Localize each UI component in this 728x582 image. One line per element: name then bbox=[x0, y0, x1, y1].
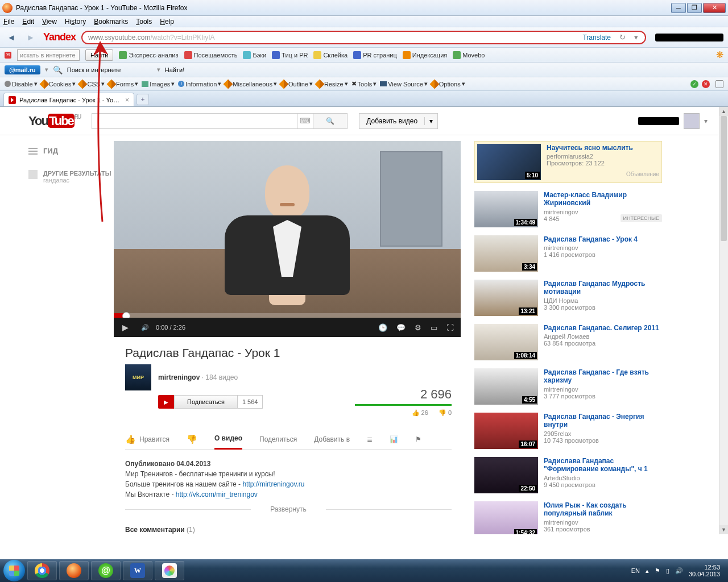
guide-button[interactable]: ГИД bbox=[28, 147, 114, 155]
yandex-logo[interactable]: Yandex bbox=[43, 31, 76, 43]
tab-stats-icon[interactable]: 📊 bbox=[390, 435, 398, 443]
tb-pr[interactable]: PR страниц bbox=[353, 51, 397, 59]
task-mailru[interactable]: @ bbox=[91, 561, 121, 580]
yt-search-box[interactable]: ⌨ bbox=[92, 113, 313, 129]
menu-view[interactable]: View bbox=[42, 18, 57, 26]
tab-transcript-icon[interactable]: ≣ bbox=[367, 435, 373, 443]
tab-close-icon[interactable]: × bbox=[125, 96, 129, 104]
wd-resize[interactable]: Resize▾ bbox=[316, 80, 348, 88]
tb-express[interactable]: Экспресс-анализ bbox=[119, 51, 178, 59]
task-paint[interactable] bbox=[155, 561, 184, 580]
lang-indicator[interactable]: EN bbox=[631, 567, 640, 574]
system-tray[interactable]: EN ▴ ⚑ ▯ 🔊 12:5330.04.2013 bbox=[631, 564, 725, 577]
new-tab-button[interactable]: + bbox=[136, 94, 149, 105]
keyboard-icon[interactable]: ⌨ bbox=[297, 114, 313, 128]
forward-button[interactable]: ► bbox=[24, 31, 38, 44]
related-video[interactable]: 4:55 Радислав Гандапас - Где взять хариз… bbox=[474, 368, 662, 405]
related-video[interactable]: 1:34:49 Мастер-класс Владимир Жириновски… bbox=[474, 191, 662, 227]
address-bar[interactable]: www.ssyoutube.com/watch?v=LitnPKIiyIA Tr… bbox=[81, 31, 646, 44]
tb-backs[interactable]: Бэки bbox=[243, 51, 266, 59]
tab-dislike[interactable]: 👎 bbox=[187, 434, 197, 444]
tab-like[interactable]: 👍Нравится bbox=[125, 434, 169, 444]
mailru-find[interactable]: Найти! bbox=[165, 66, 184, 73]
task-firefox[interactable] bbox=[59, 561, 89, 580]
settings-gear-icon[interactable]: ⚙ bbox=[415, 323, 421, 332]
expand-button[interactable]: Развернуть bbox=[114, 505, 463, 513]
wd-view[interactable]: View Source▾ bbox=[380, 80, 428, 88]
youtube-logo[interactable]: YouTubeRU bbox=[28, 114, 80, 128]
wd-options[interactable]: Options▾ bbox=[431, 80, 465, 88]
clock[interactable]: 12:5330.04.2013 bbox=[689, 564, 720, 577]
scroll-thumb[interactable] bbox=[721, 116, 727, 241]
tab-about[interactable]: О видео bbox=[214, 429, 242, 450]
wd-css[interactable]: CSS▾ bbox=[79, 80, 105, 88]
tb-tic[interactable]: Тиц и PR bbox=[272, 51, 308, 59]
menu-bookmarks[interactable]: Bookmarks bbox=[94, 18, 128, 26]
scroll-up-icon[interactable]: ▲ bbox=[719, 107, 728, 116]
mailru-logo[interactable]: @mail.ru bbox=[5, 65, 40, 74]
tab-addto[interactable]: Добавить в bbox=[314, 435, 350, 443]
menu-history[interactable]: History bbox=[65, 18, 86, 26]
wd-forms[interactable]: Forms▾ bbox=[108, 80, 138, 88]
menu-edit[interactable]: Edit bbox=[22, 18, 34, 26]
seek-bar[interactable] bbox=[114, 313, 461, 318]
menu-help[interactable]: Help bbox=[160, 18, 174, 26]
related-video[interactable]: 3:34 Радислав Гандапас - Урок 4 mirtreni… bbox=[474, 235, 662, 272]
captions-icon[interactable]: 💬 bbox=[396, 323, 406, 332]
wd-cookies[interactable]: Cookies▾ bbox=[41, 80, 76, 88]
sound-icon[interactable]: 🔊 bbox=[675, 567, 683, 575]
yt-search-input[interactable] bbox=[92, 114, 297, 128]
reload-icon[interactable]: ↻ bbox=[619, 33, 626, 41]
watch-later-icon[interactable]: 🕒 bbox=[378, 323, 387, 332]
task-chrome[interactable] bbox=[27, 561, 57, 580]
tab-flag-icon[interactable]: ⚑ bbox=[415, 435, 421, 443]
subscribe-play-icon[interactable]: ▶ bbox=[158, 395, 174, 409]
related-video[interactable]: 22:50 Радислава Гандапас "Формирование к… bbox=[474, 457, 662, 493]
translate-link[interactable]: Translate bbox=[582, 34, 611, 41]
mailru-search[interactable]: Поиск в интернете bbox=[67, 66, 152, 73]
wd-disable[interactable]: Disable▾ bbox=[5, 80, 38, 88]
menu-tools[interactable]: Tools bbox=[136, 18, 152, 26]
ya-search[interactable]: искать в интернете bbox=[17, 49, 80, 61]
wd-outline[interactable]: Outline▾ bbox=[280, 80, 313, 88]
tb-movebo[interactable]: Movebo bbox=[453, 51, 485, 59]
video-player[interactable]: ▶ 🔊 0:00 / 2:26 🕒 💬 ⚙ ▭ ⛶ bbox=[114, 141, 461, 337]
settings-icon[interactable]: ❋ bbox=[716, 49, 723, 60]
related-video[interactable]: 16:07 Радислав Гандапас - Энергия внутри… bbox=[474, 413, 662, 449]
account-dropdown-icon[interactable]: ▾ bbox=[704, 117, 708, 125]
network-icon[interactable]: ▯ bbox=[666, 567, 669, 575]
upload-button[interactable]: Добавить видео▾ bbox=[359, 113, 438, 129]
related-video[interactable]: 1:54:32 Юлия Рыж - Как создать популярны… bbox=[474, 501, 662, 534]
related-video[interactable]: 13:21 Радислав Гандапас Мудрость мотивац… bbox=[474, 280, 662, 316]
scroll-down-icon[interactable]: ▼ bbox=[719, 525, 728, 534]
tb-index[interactable]: Индексация bbox=[403, 51, 447, 59]
menu-file[interactable]: File bbox=[3, 18, 14, 26]
fullscreen-icon[interactable]: ⛶ bbox=[446, 323, 454, 332]
play-button[interactable]: ▶ bbox=[114, 323, 136, 332]
page-scrollbar[interactable]: ▲ ▼ bbox=[719, 107, 728, 534]
flag-icon[interactable]: ⚑ bbox=[655, 567, 660, 575]
minimize-button[interactable]: ─ bbox=[671, 3, 686, 13]
user-avatar[interactable] bbox=[684, 113, 700, 129]
wd-info[interactable]: iInformation▾ bbox=[178, 80, 221, 88]
volume-button[interactable]: 🔊 bbox=[136, 324, 154, 331]
related-video[interactable]: 1:08:14 Радислав Гандапас. Селигер 2011 … bbox=[474, 324, 662, 360]
wd-misc[interactable]: Miscellaneous▾ bbox=[225, 80, 277, 88]
maximize-button[interactable]: ❐ bbox=[687, 3, 702, 13]
ya-find-button[interactable]: Найти bbox=[85, 49, 113, 61]
desc-link2[interactable]: http://vk.com/mir_treningov bbox=[176, 490, 258, 498]
desc-link1[interactable]: http://mirtreningov.ru bbox=[242, 480, 304, 488]
tray-up-icon[interactable]: ▴ bbox=[646, 567, 649, 575]
task-word[interactable]: W bbox=[123, 561, 152, 580]
subscribe-button[interactable]: Подписаться bbox=[174, 395, 238, 409]
tab-share[interactable]: Поделиться bbox=[259, 435, 297, 443]
wd-images[interactable]: Images▾ bbox=[142, 80, 175, 88]
tb-glue[interactable]: Склейка bbox=[313, 51, 348, 59]
back-button[interactable]: ◄ bbox=[5, 31, 18, 44]
wd-tools[interactable]: ✖Tools▾ bbox=[351, 80, 377, 88]
channel-name[interactable]: mirtreningov · 184 видео bbox=[158, 373, 238, 381]
close-button[interactable]: ✕ bbox=[703, 3, 726, 13]
bookmark-icon[interactable]: ▾ bbox=[634, 33, 638, 41]
yt-search-button[interactable]: 🔍 bbox=[313, 113, 348, 129]
tb-visits[interactable]: Посещаемость bbox=[184, 51, 238, 59]
